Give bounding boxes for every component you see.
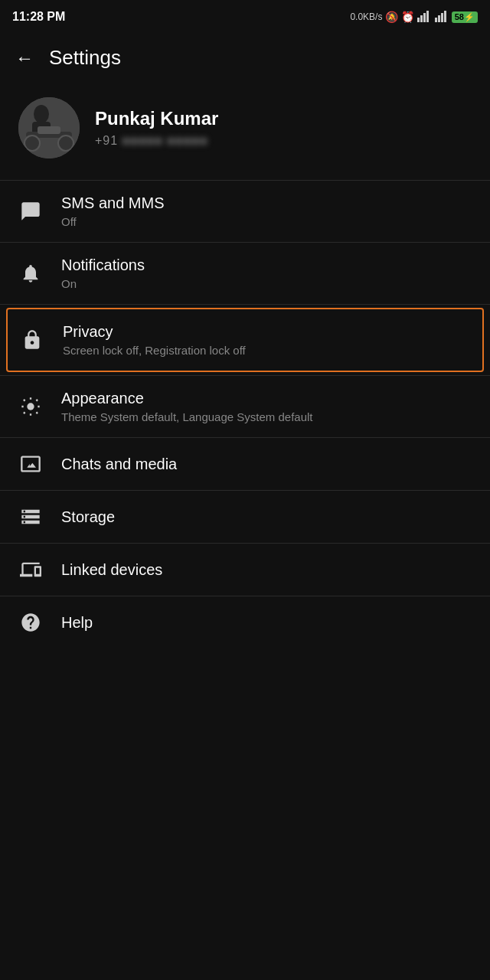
privacy-text: Privacy Screen lock off, Registration lo… bbox=[63, 323, 246, 357]
notifications-text: Notifications On bbox=[61, 256, 145, 290]
status-bar: 11:28 PM 0.0KB/s 🔕 ⏰ 58 ⚡ bbox=[0, 0, 490, 34]
privacy-title: Privacy bbox=[63, 323, 246, 341]
svg-point-13 bbox=[58, 136, 74, 151]
sms-text: SMS and MMS Off bbox=[61, 194, 164, 228]
page-title: Settings bbox=[49, 46, 121, 70]
svg-rect-5 bbox=[438, 15, 440, 22]
bell-icon bbox=[18, 261, 43, 286]
svg-point-9 bbox=[34, 105, 49, 123]
lock-icon bbox=[20, 328, 44, 352]
settings-item-linked[interactable]: Linked devices bbox=[0, 544, 490, 596]
linked-title: Linked devices bbox=[61, 561, 162, 579]
settings-item-privacy[interactable]: Privacy Screen lock off, Registration lo… bbox=[6, 308, 484, 372]
avatar bbox=[18, 97, 80, 158]
chat-icon bbox=[18, 199, 43, 224]
help-icon bbox=[18, 610, 43, 635]
storage-icon bbox=[18, 505, 43, 529]
privacy-subtitle: Screen lock off, Registration lock off bbox=[63, 344, 246, 357]
storage-title: Storage bbox=[61, 508, 115, 526]
chats-title: Chats and media bbox=[61, 456, 177, 473]
settings-item-storage[interactable]: Storage bbox=[0, 491, 490, 543]
appearance-subtitle: Theme System default, Language System de… bbox=[61, 410, 313, 423]
settings-item-chats[interactable]: Chats and media bbox=[0, 438, 490, 490]
svg-rect-4 bbox=[435, 18, 437, 22]
settings-item-sms[interactable]: SMS and MMS Off bbox=[0, 181, 490, 242]
help-title: Help bbox=[61, 614, 93, 632]
image-icon bbox=[18, 452, 43, 476]
profile-section[interactable]: Punkaj Kumar +91 ●●●●● ●●●●● bbox=[0, 82, 490, 180]
network-speed: 0.0KB/s bbox=[350, 11, 382, 22]
battery-indicator: 58 ⚡ bbox=[452, 11, 478, 23]
profile-phone: +91 ●●●●● ●●●●● bbox=[95, 134, 218, 148]
mute-icon: 🔕 bbox=[385, 11, 398, 23]
svg-point-15 bbox=[27, 403, 34, 410]
appearance-text: Appearance Theme System default, Languag… bbox=[61, 390, 313, 423]
settings-item-notifications[interactable]: Notifications On bbox=[0, 243, 490, 304]
signal-icons bbox=[417, 10, 448, 24]
svg-rect-6 bbox=[441, 13, 443, 22]
svg-rect-0 bbox=[417, 18, 420, 22]
divider-3 bbox=[0, 304, 490, 305]
svg-rect-7 bbox=[444, 11, 446, 22]
svg-rect-3 bbox=[426, 11, 429, 22]
status-icons: 0.0KB/s 🔕 ⏰ 58 ⚡ bbox=[350, 10, 478, 24]
notifications-subtitle: On bbox=[61, 277, 145, 290]
linked-text: Linked devices bbox=[61, 561, 162, 579]
settings-item-appearance[interactable]: Appearance Theme System default, Languag… bbox=[0, 376, 490, 437]
status-time: 11:28 PM bbox=[12, 10, 65, 24]
settings-item-help[interactable]: Help bbox=[0, 596, 490, 658]
svg-rect-2 bbox=[423, 13, 426, 22]
profile-name: Punkaj Kumar bbox=[95, 108, 218, 129]
alarm-icon: ⏰ bbox=[401, 11, 414, 23]
sms-subtitle: Off bbox=[61, 215, 164, 228]
storage-text: Storage bbox=[61, 508, 115, 526]
appearance-title: Appearance bbox=[61, 390, 313, 407]
sun-icon bbox=[18, 394, 43, 419]
chats-text: Chats and media bbox=[61, 456, 177, 473]
sms-title: SMS and MMS bbox=[61, 194, 164, 212]
devices-icon bbox=[18, 557, 43, 582]
profile-info: Punkaj Kumar +91 ●●●●● ●●●●● bbox=[95, 108, 218, 148]
svg-rect-14 bbox=[38, 126, 60, 134]
back-button[interactable]: ← bbox=[15, 47, 34, 69]
notifications-title: Notifications bbox=[61, 256, 145, 274]
svg-rect-1 bbox=[420, 15, 423, 22]
settings-header: ← Settings bbox=[0, 34, 490, 82]
help-text: Help bbox=[61, 614, 93, 632]
svg-point-12 bbox=[24, 136, 40, 151]
